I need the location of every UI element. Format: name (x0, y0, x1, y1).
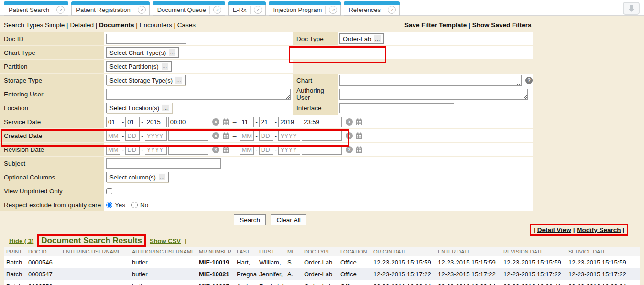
col-enter-date-sort[interactable]: ENTER DATE (438, 249, 471, 254)
clear-all-button[interactable]: Clear All (271, 214, 306, 225)
chart-type-select-button[interactable]: Select Chart Type(s)... (106, 47, 179, 58)
col-last-sort[interactable]: LAST (237, 249, 250, 254)
tab-accent-bar (344, 1, 399, 5)
search-type-detailed[interactable]: Detailed (70, 21, 94, 29)
search-type-simple[interactable]: Simple (45, 21, 65, 29)
clear-date-icon[interactable]: × (212, 132, 219, 139)
tab-patient-registration[interactable]: Patient Registration↗ (71, 1, 149, 16)
search-type-cases[interactable]: Cases (177, 21, 196, 29)
doc-type-value: Order-Lab (343, 35, 371, 42)
save-filter-template-link[interactable]: Save Filter Template (404, 21, 467, 29)
calendar-icon[interactable] (356, 146, 363, 153)
open-new-window-icon[interactable]: ↗ (138, 6, 146, 14)
revision-from-day-input[interactable] (125, 145, 140, 155)
cell-print[interactable]: Batch (4, 256, 26, 269)
created-from-day-input[interactable] (125, 131, 140, 141)
calendar-icon[interactable] (222, 118, 229, 126)
date-separator: - (255, 146, 257, 153)
col-first-sort[interactable]: FIRST (259, 249, 274, 254)
help-icon[interactable]: ? (525, 77, 533, 84)
open-new-window-icon[interactable]: ↗ (254, 6, 262, 14)
table-row[interactable]: Batch 0000550 butler MIE-10025 Anderson,… (4, 280, 640, 285)
col-location-sort[interactable]: LOCATION (340, 249, 367, 254)
authoring-user-input[interactable] (339, 89, 528, 100)
optional-columns-select-button[interactable]: Select column(s)... (106, 172, 169, 182)
open-new-window-icon[interactable]: ↗ (213, 6, 221, 14)
service-to-year-input[interactable] (278, 117, 300, 127)
calendar-icon[interactable] (356, 132, 363, 139)
doc-type-select-button[interactable]: Order-Lab... (339, 33, 384, 44)
table-row[interactable]: Batch 0000547 butler MIE-10021 Pregnant,… (4, 268, 640, 280)
open-new-window-icon[interactable]: ↗ (56, 6, 65, 14)
col-entering-username-sort[interactable]: ENTERING USERNAME (63, 249, 121, 254)
calendar-icon[interactable] (222, 146, 229, 153)
open-new-window-icon[interactable]: ↗ (388, 6, 396, 14)
created-to-year-input[interactable] (278, 131, 300, 141)
revision-from-month-input[interactable] (106, 145, 120, 155)
calendar-icon[interactable] (222, 132, 229, 139)
doc-id-input[interactable] (106, 34, 186, 44)
respect-exclude-no-radio[interactable] (131, 202, 138, 208)
col-mr-number-sort[interactable]: MR NUMBER (199, 249, 231, 254)
view-unprinted-checkbox[interactable] (106, 188, 112, 194)
detail-view-link[interactable]: Detail View (537, 226, 571, 233)
interface-input[interactable] (339, 103, 454, 113)
col-origin-date-sort[interactable]: ORIGIN DATE (373, 249, 407, 254)
storage-type-select-button[interactable]: Select Storage Type(s)... (106, 75, 186, 85)
search-button[interactable]: Search (234, 214, 266, 225)
tab-patient-search[interactable]: Patient Search↗ (4, 1, 68, 16)
created-from-month-input[interactable] (106, 131, 120, 141)
col-doc-type-sort[interactable]: DOC TYPE (304, 249, 331, 254)
table-row[interactable]: Batch 0000546 butler MIE-10019 Hart, Wil… (4, 256, 640, 269)
entering-user-input[interactable] (106, 89, 291, 100)
search-type-encounters[interactable]: Encounters (140, 21, 172, 29)
created-to-month-input[interactable] (240, 131, 254, 141)
location-select-button[interactable]: Select Location(s)... (106, 103, 172, 113)
service-to-time-input[interactable] (302, 117, 342, 127)
clear-date-icon[interactable]: × (212, 146, 219, 153)
created-to-time-input[interactable] (302, 131, 342, 141)
revision-to-day-input[interactable] (259, 145, 273, 155)
cell-print[interactable]: Batch (4, 280, 26, 285)
col-mi-sort[interactable]: MI (287, 249, 293, 254)
revision-to-year-input[interactable] (278, 145, 300, 155)
revision-from-year-input[interactable] (145, 145, 167, 155)
calendar-icon[interactable] (356, 118, 363, 126)
chart-input[interactable] (339, 75, 522, 86)
cell-print[interactable]: Batch (4, 268, 26, 280)
revision-to-month-input[interactable] (240, 145, 254, 155)
service-from-year-input[interactable] (145, 117, 167, 127)
show-csv-link[interactable]: Show CSV (150, 237, 181, 244)
clear-date-icon[interactable]: × (346, 146, 353, 153)
service-from-month-input[interactable] (106, 117, 120, 127)
created-from-year-input[interactable] (145, 131, 167, 141)
modify-search-link[interactable]: Modify Search (577, 226, 621, 233)
clear-date-icon[interactable]: × (212, 118, 219, 126)
col-doc-id-sort[interactable]: DOC ID (28, 249, 47, 254)
respect-exclude-yes-radio[interactable] (106, 202, 112, 208)
tab-divider (53, 6, 53, 14)
collapse-toolbar-button[interactable] (623, 2, 640, 15)
service-to-day-input[interactable] (259, 117, 273, 127)
show-saved-filters-link[interactable]: Show Saved Filters (472, 21, 532, 29)
created-from-time-input[interactable] (168, 131, 208, 141)
tab-injection-program[interactable]: Injection Program↗ (269, 1, 341, 16)
subject-input[interactable] (106, 158, 221, 169)
created-to-day-input[interactable] (259, 131, 273, 141)
hide-results-link[interactable]: Hide ( 3) (9, 237, 33, 244)
col-revision-date-sort[interactable]: REVISION DATE (503, 249, 544, 254)
clear-date-icon[interactable]: × (346, 132, 353, 139)
open-new-window-icon[interactable]: ↗ (329, 6, 337, 14)
service-from-time-input[interactable] (168, 117, 208, 127)
tab-document-queue[interactable]: Document Queue↗ (153, 1, 225, 16)
revision-to-time-input[interactable] (302, 145, 342, 155)
service-from-day-input[interactable] (125, 117, 140, 127)
tab-e-rx[interactable]: E-Rx↗ (228, 1, 266, 16)
revision-from-time-input[interactable] (168, 145, 208, 155)
col-authoring-username-sort[interactable]: AUTHORING USERNAME (132, 249, 195, 254)
service-to-month-input[interactable] (240, 117, 254, 127)
col-service-date-sort[interactable]: SERVICE DATE (568, 249, 607, 254)
clear-date-icon[interactable]: × (346, 118, 353, 126)
partition-select-button[interactable]: Select Partition(s)... (106, 61, 172, 72)
tab-references[interactable]: References↗ (344, 1, 399, 16)
